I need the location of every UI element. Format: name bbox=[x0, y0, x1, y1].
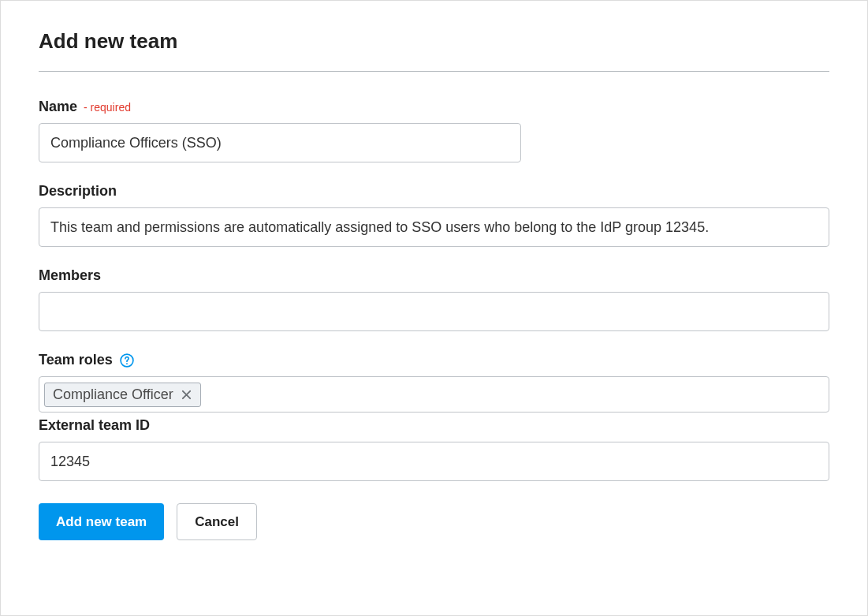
button-row: Add new team Cancel bbox=[39, 503, 829, 540]
add-new-team-panel: Add new team Name - required Description… bbox=[0, 0, 868, 616]
field-description: Description bbox=[39, 183, 829, 247]
field-external-team-id: External team ID bbox=[39, 417, 829, 481]
field-name: Name - required bbox=[39, 99, 829, 162]
divider bbox=[39, 71, 829, 72]
remove-chip-icon[interactable] bbox=[180, 387, 194, 401]
external-team-id-input[interactable] bbox=[39, 442, 829, 481]
description-label-row: Description bbox=[39, 183, 829, 200]
name-label: Name bbox=[39, 99, 77, 115]
help-icon[interactable] bbox=[119, 353, 135, 368]
members-input[interactable] bbox=[39, 292, 829, 331]
name-input[interactable] bbox=[39, 123, 521, 162]
field-members: Members bbox=[39, 267, 829, 331]
team-roles-label: Team roles bbox=[39, 352, 113, 368]
members-label-row: Members bbox=[39, 267, 829, 284]
required-indicator: - required bbox=[84, 101, 131, 114]
role-chip: Compliance Officer bbox=[44, 383, 201, 407]
external-team-id-label: External team ID bbox=[39, 417, 150, 434]
description-label: Description bbox=[39, 183, 117, 200]
name-label-row: Name - required bbox=[39, 99, 829, 115]
svg-point-1 bbox=[126, 363, 128, 364]
team-roles-label-row: Team roles bbox=[39, 352, 829, 368]
description-input[interactable] bbox=[39, 207, 829, 247]
field-team-roles: Team roles Compliance Officer bbox=[39, 352, 829, 413]
members-label: Members bbox=[39, 267, 101, 284]
cancel-button[interactable]: Cancel bbox=[177, 503, 257, 540]
team-roles-input[interactable]: Compliance Officer bbox=[39, 376, 829, 413]
external-team-id-label-row: External team ID bbox=[39, 417, 829, 434]
page-title: Add new team bbox=[39, 29, 829, 54]
submit-button[interactable]: Add new team bbox=[39, 503, 164, 540]
role-chip-label: Compliance Officer bbox=[53, 386, 173, 403]
